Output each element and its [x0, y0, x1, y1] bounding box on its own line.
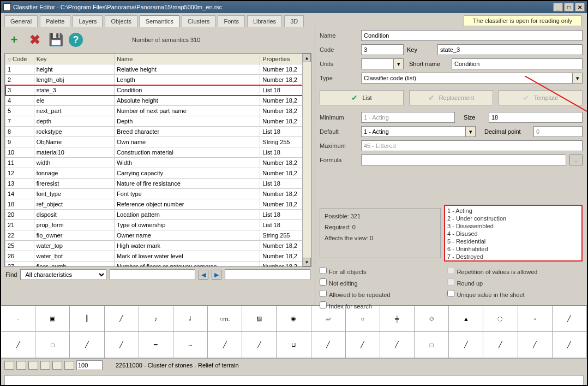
tab-palette[interactable]: Palette — [40, 15, 70, 27]
view1-icon[interactable] — [16, 361, 26, 370]
symbol-swatch[interactable]: ╱ — [242, 332, 277, 358]
table-row[interactable]: 12tonnageCarrying capacityNumber 18,2 — [5, 168, 311, 179]
forall-checkbox[interactable]: For all objects — [320, 267, 446, 275]
tab-objects[interactable]: Objects — [105, 15, 137, 27]
size-field[interactable] — [489, 112, 583, 123]
chevron-down-icon[interactable]: ▾ — [573, 73, 583, 84]
list-item[interactable]: 6 - Uninhabited — [447, 245, 579, 253]
symbol-swatch[interactable]: ╱ — [449, 332, 483, 358]
symbol-swatch[interactable]: □ — [415, 332, 449, 358]
table-row[interactable]: 10material10Construction materialList 18 — [5, 147, 311, 158]
list-item[interactable]: 4 - Disused — [447, 230, 579, 237]
tab-general[interactable]: General — [4, 15, 38, 27]
find-text-input[interactable] — [225, 269, 310, 280]
add-icon[interactable]: + — [7, 32, 22, 47]
type-field[interactable] — [361, 73, 573, 84]
list-item[interactable]: 5 - Residential — [447, 237, 579, 245]
view4-icon[interactable] — [52, 361, 62, 370]
table-row[interactable]: 14font_typeFont typeNumber 18,2 — [5, 189, 311, 199]
name-field[interactable] — [361, 30, 583, 41]
symbol-swatch[interactable]: ╱ — [483, 332, 518, 358]
close-button[interactable]: ✕ — [575, 3, 585, 11]
prev-button[interactable]: ◀ — [199, 270, 208, 280]
maximize-button[interactable]: □ — [564, 3, 574, 11]
tab-semantics[interactable]: Semantics — [140, 15, 179, 27]
zoom-field[interactable] — [76, 360, 103, 370]
tab-libraries[interactable]: Libraries — [247, 15, 282, 27]
index-checkbox[interactable]: Index for search — [320, 301, 446, 310]
table-row[interactable]: 22fio_ownerOwner nameString 255 — [5, 230, 311, 241]
key-field[interactable] — [437, 44, 583, 55]
symbol-swatch[interactable]: ╱ — [346, 332, 380, 358]
list-item[interactable]: 2 - Under construction — [447, 215, 579, 222]
symbol-swatch[interactable]: ╱ — [380, 332, 415, 358]
table-row[interactable]: 27floor_numbNumber of floors or gateway … — [5, 262, 311, 268]
replacement-button[interactable]: ✔Replacement — [409, 90, 493, 105]
symbol-swatch[interactable]: ╱ — [105, 332, 139, 358]
list-item[interactable]: 1 - Acting — [447, 207, 579, 215]
list-button[interactable]: ✔List — [320, 90, 404, 105]
unique-checkbox[interactable]: Unique value in the sheet — [447, 290, 573, 298]
save-icon[interactable]: 💾 — [48, 32, 63, 47]
table-row[interactable]: 7depthDepthNumber 18,2 — [5, 116, 311, 127]
tab-fonts[interactable]: Fonts — [218, 15, 245, 27]
table-row[interactable]: 1heightRelative heightNumber 18,2 — [5, 64, 311, 75]
dec-field[interactable] — [533, 126, 583, 137]
symbol-swatch[interactable]: → — [173, 332, 208, 358]
notedit-checkbox[interactable]: Not editing — [320, 278, 446, 287]
symbol-swatch[interactable]: ╱ — [553, 332, 587, 358]
table-row[interactable]: 9ObjNameOwn nameString 255 — [5, 137, 311, 147]
shortname-field[interactable] — [452, 58, 583, 69]
symbol-swatch[interactable]: ╱ — [1, 332, 35, 358]
symbol-swatch[interactable]: ○m. — [208, 306, 242, 331]
symbol-swatch[interactable]: ▨ — [242, 306, 277, 331]
symbol-swatch[interactable]: ♩ — [173, 306, 208, 331]
symbol-swatch[interactable]: □ — [35, 332, 70, 358]
tab-layers[interactable]: Layers — [73, 15, 103, 27]
delete-icon[interactable]: ✖ — [27, 32, 43, 47]
table-row[interactable]: 11widthWidthNumber 18,2 — [5, 158, 311, 168]
find-input[interactable] — [110, 269, 195, 280]
symbol-swatch[interactable]: ♪ — [139, 306, 173, 331]
table-row[interactable]: 13fireresistNature of fire resistanceLis… — [5, 179, 311, 189]
next-button[interactable]: ▶ — [212, 270, 221, 280]
formula-browse-button[interactable]: … — [569, 155, 583, 165]
symbol-swatch[interactable]: ⊔ — [277, 332, 311, 358]
table-scrollbar[interactable]: ▲▼ — [302, 54, 311, 266]
grid-icon[interactable] — [4, 361, 14, 370]
table-row[interactable]: 25water_topHigh water markNumber 18,2 — [5, 241, 311, 251]
table-row[interactable]: 26water_botMark of lower water levelNumb… — [5, 251, 311, 262]
default-field[interactable] — [361, 126, 466, 137]
col-key[interactable]: Key — [34, 54, 114, 64]
find-filter-select[interactable]: All characteristics — [20, 269, 106, 280]
code-field[interactable] — [361, 44, 404, 55]
list-item[interactable]: 3 - Disassembled — [447, 222, 579, 230]
max-field[interactable] — [361, 140, 583, 151]
symbol-swatch[interactable]: ╱ — [70, 332, 104, 358]
help-icon[interactable]: ? — [69, 33, 83, 47]
values-list[interactable]: 1 - Acting2 - Under construction3 - Disa… — [444, 205, 583, 262]
table-row[interactable]: 21prop_formType of ownershipList 18 — [5, 220, 311, 230]
view5-icon[interactable] — [64, 361, 74, 370]
template-button[interactable]: ✔Template — [499, 90, 583, 105]
formula-field[interactable] — [361, 155, 566, 165]
units-field[interactable] — [361, 58, 394, 69]
symbol-swatch[interactable]: ▣ — [35, 306, 70, 331]
symbol-swatch[interactable]: ╱ — [311, 332, 346, 358]
col-code[interactable]: Code — [5, 54, 34, 64]
symbol-swatch[interactable]: ╱ — [105, 306, 139, 331]
col-name[interactable]: Name — [114, 54, 260, 64]
table-row[interactable]: 20dispositLocation patternList 18 — [5, 210, 311, 220]
repeat-checkbox[interactable]: Allowed to be repeated — [320, 290, 446, 298]
symbol-swatch[interactable]: ╱ — [518, 332, 553, 358]
tab-clusters[interactable]: Clusters — [182, 15, 215, 27]
symbol-swatch[interactable]: · — [1, 306, 35, 331]
symbol-swatch[interactable]: ◉ — [277, 306, 311, 331]
symbol-swatch[interactable]: ━ — [139, 332, 173, 358]
list-item[interactable]: 7 - Destroyed — [447, 253, 579, 260]
symbol-swatch[interactable]: ╱ — [208, 332, 242, 358]
table-row[interactable]: 8rockstypeBreed characterList 18 — [5, 127, 311, 137]
table-row[interactable]: 3state_3ConditionList 18 — [5, 85, 311, 96]
semantics-table[interactable]: Code Key Name Properties 1heightRelative… — [4, 53, 311, 267]
min-field[interactable] — [361, 112, 455, 123]
